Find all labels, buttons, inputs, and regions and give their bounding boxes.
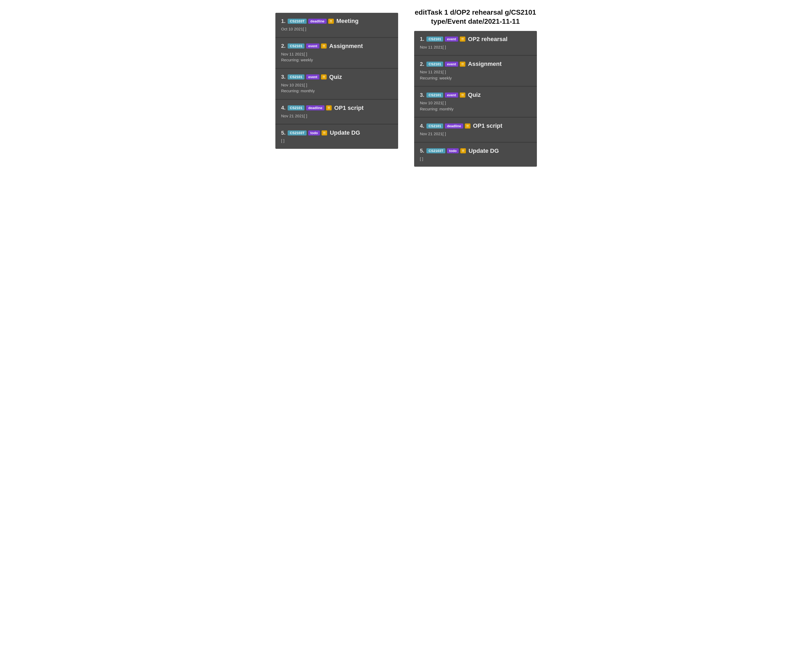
task-name: Assignment bbox=[468, 60, 502, 67]
task-number: 5. bbox=[420, 148, 424, 154]
type-tag: event bbox=[306, 43, 319, 49]
course-tag: CS2103T bbox=[426, 148, 445, 153]
course-tag: CS2101 bbox=[288, 75, 305, 79]
task-number: 4. bbox=[420, 123, 424, 129]
task-name: Update DG bbox=[330, 129, 360, 136]
main-container: 1.CS2103Tdeadline!!MeetingOct 10 2021[ ]… bbox=[246, 8, 566, 167]
task-name: Quiz bbox=[468, 92, 481, 98]
course-tag: CS2103T bbox=[288, 19, 307, 24]
priority-tag: !! bbox=[465, 124, 470, 129]
course-tag: CS2101 bbox=[426, 92, 443, 98]
course-tag: CS2101 bbox=[288, 105, 305, 110]
task-meta: Nov 11 2021[ ] Recurring: weekly bbox=[281, 51, 392, 63]
priority-tag: !! bbox=[460, 62, 466, 67]
priority-tag: !! bbox=[326, 105, 332, 110]
task-number: 2. bbox=[420, 61, 424, 67]
task-number: 5. bbox=[281, 130, 286, 136]
priority-tag: !! bbox=[460, 92, 466, 98]
task-item: 4.CS2101deadline!!OP1 scriptNov 21 2021[… bbox=[275, 100, 398, 125]
task-meta: Oct 10 2021[ ] bbox=[281, 26, 392, 32]
task-number: 1. bbox=[420, 36, 424, 42]
right-task-list: 1.CS2101event!!OP2 rehearsalNov 11 2021[… bbox=[414, 31, 537, 167]
task-meta: Nov 21 2021[ ] bbox=[281, 113, 392, 119]
type-tag: todo bbox=[308, 130, 320, 135]
course-tag: CS2101 bbox=[288, 43, 305, 49]
priority-tag: !! bbox=[328, 19, 334, 24]
task-meta: [ ] bbox=[281, 138, 392, 144]
type-tag: event bbox=[445, 92, 458, 98]
task-item: 5.CS2103Ttodo!!Update DG[ ] bbox=[414, 143, 537, 167]
priority-tag: !! bbox=[321, 130, 327, 135]
priority-tag: !! bbox=[460, 36, 466, 41]
task-meta: [ ] bbox=[420, 156, 531, 162]
task-name: OP1 script bbox=[473, 122, 502, 129]
right-column-title: editTask 1 d/OP2 rehearsal g/CS2101type/… bbox=[415, 8, 536, 26]
left-task-list: 1.CS2103Tdeadline!!MeetingOct 10 2021[ ]… bbox=[275, 13, 398, 149]
task-number: 3. bbox=[420, 92, 424, 98]
task-item: 1.CS2101event!!OP2 rehearsalNov 11 2021[… bbox=[414, 31, 537, 56]
task-item: 2.CS2101event!!AssignmentNov 11 2021[ ] … bbox=[275, 38, 398, 69]
type-tag: event bbox=[445, 36, 458, 41]
type-tag: deadline bbox=[445, 124, 463, 129]
priority-tag: !! bbox=[321, 75, 327, 79]
course-tag: CS2101 bbox=[426, 36, 443, 41]
task-meta: Nov 10 2021[ ] Recurring: monthly bbox=[281, 82, 392, 94]
task-meta: Nov 10 2021[ ] Recurring: monthly bbox=[420, 100, 531, 112]
task-name: OP1 script bbox=[334, 105, 364, 111]
type-tag: event bbox=[306, 75, 319, 79]
task-number: 4. bbox=[281, 105, 286, 111]
type-tag: deadline bbox=[308, 19, 327, 24]
type-tag: event bbox=[445, 62, 458, 67]
course-tag: CS2101 bbox=[426, 124, 443, 129]
task-number: 1. bbox=[281, 18, 286, 24]
left-column: 1.CS2103Tdeadline!!MeetingOct 10 2021[ ]… bbox=[275, 8, 398, 149]
priority-tag: !! bbox=[460, 148, 466, 153]
task-meta: Nov 21 2021[ ] bbox=[420, 131, 531, 137]
task-name: Quiz bbox=[329, 74, 342, 81]
task-item: 2.CS2101event!!AssignmentNov 11 2021[ ] … bbox=[414, 56, 537, 87]
course-tag: CS2101 bbox=[426, 62, 443, 67]
right-column: editTask 1 d/OP2 rehearsal g/CS2101type/… bbox=[414, 8, 537, 167]
task-item: 3.CS2101event!!QuizNov 10 2021[ ] Recurr… bbox=[414, 87, 537, 117]
task-number: 2. bbox=[281, 43, 286, 49]
task-item: 3.CS2101event!!QuizNov 10 2021[ ] Recurr… bbox=[275, 69, 398, 100]
task-meta: Nov 11 2021[ ] bbox=[420, 44, 531, 51]
type-tag: deadline bbox=[306, 105, 324, 110]
task-name: Update DG bbox=[469, 148, 499, 154]
course-tag: CS2103T bbox=[288, 130, 307, 135]
task-name: OP2 rehearsal bbox=[468, 36, 507, 43]
task-meta: Nov 11 2021[ ] Recurring: weekly bbox=[420, 69, 531, 81]
task-name: Meeting bbox=[337, 17, 359, 25]
task-item: 1.CS2103Tdeadline!!MeetingOct 10 2021[ ] bbox=[275, 13, 398, 38]
task-name: Assignment bbox=[329, 43, 363, 49]
task-item: 5.CS2103Ttodo!!Update DG[ ] bbox=[275, 125, 398, 149]
task-item: 4.CS2101deadline!!OP1 scriptNov 21 2021[… bbox=[414, 117, 537, 143]
task-number: 3. bbox=[281, 74, 286, 80]
priority-tag: !! bbox=[321, 43, 327, 49]
type-tag: todo bbox=[447, 148, 459, 153]
